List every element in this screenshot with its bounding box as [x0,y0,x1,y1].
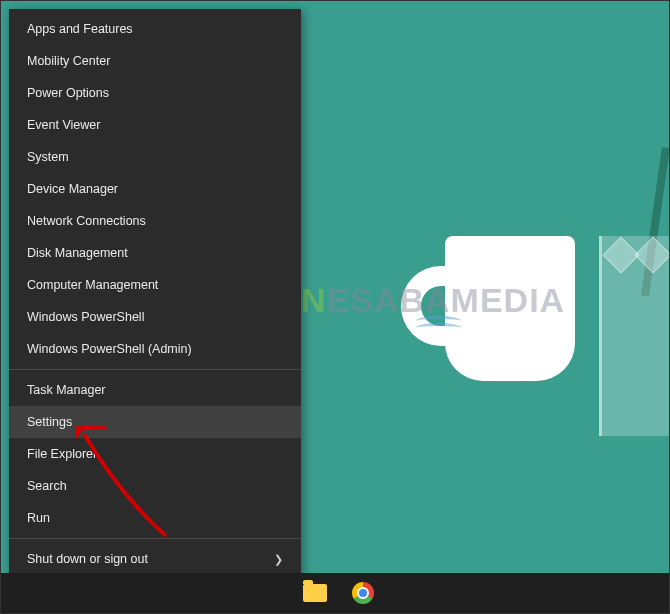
menu-item-computer-management[interactable]: Computer Management [9,269,301,301]
menu-item-device-manager[interactable]: Device Manager [9,173,301,205]
menu-item-label: File Explorer [27,447,97,461]
menu-item-run[interactable]: Run [9,502,301,534]
menu-item-event-viewer[interactable]: Event Viewer [9,109,301,141]
menu-item-disk-management[interactable]: Disk Management [9,237,301,269]
folder-icon [303,584,327,602]
menu-item-label: Mobility Center [27,54,110,68]
menu-separator [9,538,301,539]
menu-item-label: Task Manager [27,383,106,397]
menu-item-file-explorer[interactable]: File Explorer [9,438,301,470]
menu-item-label: System [27,150,69,164]
menu-item-label: Settings [27,415,72,429]
chevron-right-icon: ❯ [274,553,283,566]
wallpaper-glass-graphic [589,146,670,446]
watermark-wave [416,323,461,333]
winx-context-menu: Apps and FeaturesMobility CenterPower Op… [9,9,301,611]
menu-item-label: Event Viewer [27,118,100,132]
menu-item-label: Computer Management [27,278,158,292]
menu-item-apps-and-features[interactable]: Apps and Features [9,13,301,45]
menu-item-network-connections[interactable]: Network Connections [9,205,301,237]
menu-item-shutdown-signout[interactable]: Shut down or sign out ❯ [9,543,301,575]
taskbar [1,573,669,613]
menu-item-label: Run [27,511,50,525]
menu-item-search[interactable]: Search [9,470,301,502]
menu-item-task-manager[interactable]: Task Manager [9,374,301,406]
menu-item-windows-powershell[interactable]: Windows PowerShell [9,301,301,333]
menu-item-system[interactable]: System [9,141,301,173]
menu-item-power-options[interactable]: Power Options [9,77,301,109]
menu-item-windows-powershell-admin[interactable]: Windows PowerShell (Admin) [9,333,301,365]
wallpaper-mug-graphic [401,236,581,386]
taskbar-file-explorer[interactable] [291,573,339,613]
taskbar-chrome[interactable] [339,573,387,613]
menu-item-label: Shut down or sign out [27,552,148,566]
menu-item-label: Disk Management [27,246,128,260]
menu-item-label: Windows PowerShell [27,310,144,324]
chrome-icon [352,582,374,604]
menu-item-mobility-center[interactable]: Mobility Center [9,45,301,77]
menu-item-label: Device Manager [27,182,118,196]
menu-item-label: Power Options [27,86,109,100]
menu-separator [9,369,301,370]
menu-item-label: Windows PowerShell (Admin) [27,342,192,356]
menu-item-settings[interactable]: Settings [9,406,301,438]
menu-item-label: Network Connections [27,214,146,228]
menu-item-label: Search [27,479,67,493]
menu-item-label: Apps and Features [27,22,133,36]
